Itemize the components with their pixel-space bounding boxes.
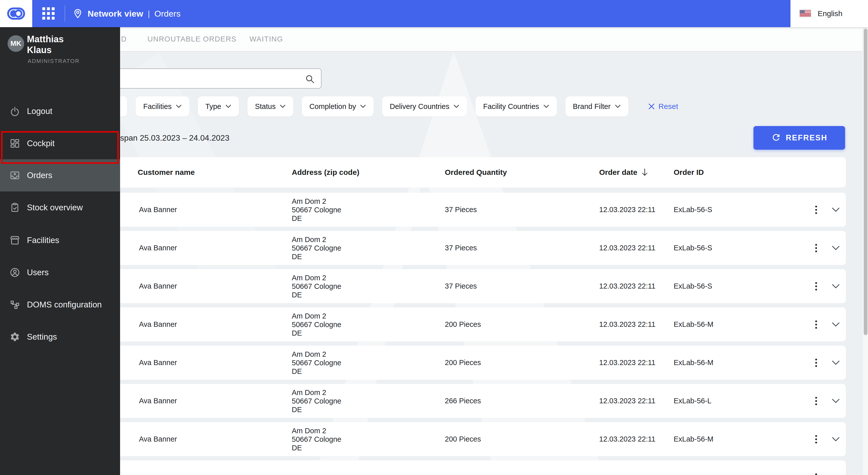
address-line: DE [292, 329, 341, 337]
table-row[interactable]: Ava Banner Am Dom 250667 CologneDE 200 P… [88, 346, 846, 380]
column-header-label: Order date [599, 168, 638, 177]
filter-chip-label: Completion by [309, 102, 356, 111]
avatar[interactable]: MK [7, 35, 24, 52]
address-line: 50667 Cologne [292, 282, 341, 291]
table-row[interactable]: Ava Banner Am Dom 250667 CologneDE 37 Pi… [88, 231, 846, 265]
row-expand-chevron-icon[interactable] [827, 231, 845, 265]
sidebar: MK Matthias Klaus ADMINISTRATOR Logout C… [0, 27, 120, 475]
row-actions-kebab-icon[interactable] [809, 193, 824, 227]
filter-chip-status[interactable]: Status [247, 96, 293, 116]
cell-order-id: ExLab-56-M [674, 307, 713, 341]
address-line: DE [292, 367, 341, 376]
sidebar-item-label: Logout [27, 106, 52, 116]
address-line: 50667 Cologne [292, 397, 341, 405]
search-input[interactable] [95, 70, 301, 87]
vertical-scrollbar-thumb[interactable] [864, 29, 868, 335]
sidebar-item-cockpit[interactable]: Cockpit [0, 127, 120, 160]
hierarchy-icon [9, 299, 20, 310]
row-expand-chevron-icon[interactable] [827, 461, 845, 475]
cell-address: Am Dom 250667 CologneDE [292, 197, 341, 223]
address-line: DE [292, 291, 341, 299]
power-icon [9, 106, 20, 116]
column-header-customer-name[interactable]: Customer name [138, 157, 195, 188]
filter-chip-facility-countries[interactable]: Facility Countries [475, 96, 557, 116]
language-selector[interactable]: English [790, 0, 868, 27]
row-actions-kebab-icon[interactable] [809, 461, 824, 475]
cell-ordered-quantity: 37 Pieces [445, 269, 477, 303]
row-expand-chevron-icon[interactable] [827, 346, 845, 380]
user-name: Matthias Klaus [27, 34, 64, 55]
column-header-ordered-quantity[interactable]: Ordered Quantity [445, 157, 507, 188]
sidebar-item-facilities[interactable]: Facilities [0, 224, 120, 257]
user-block: MK Matthias Klaus ADMINISTRATOR [0, 32, 120, 72]
chevron-down-icon [454, 104, 459, 108]
cell-customer-name: Ava Banner [139, 346, 177, 380]
row-expand-chevron-icon[interactable] [827, 384, 845, 418]
cell-ordered-quantity: 200 Pieces [445, 307, 481, 341]
sidebar-item-logout[interactable]: Logout [0, 95, 120, 127]
timespan-label: span 25.03.2023 – 24.04.2023 [120, 133, 229, 143]
sidebar-item-label: Facilities [27, 236, 59, 245]
order-search-field[interactable] [88, 68, 321, 89]
app-logo[interactable] [0, 0, 32, 27]
cell-order-date: 12.03.2023 22:11 [599, 307, 655, 341]
row-expand-chevron-icon[interactable] [827, 307, 845, 341]
table-row[interactable]: Am Dom 2 [88, 461, 846, 475]
row-actions-kebab-icon[interactable] [809, 269, 824, 303]
reset-label: Reset [658, 102, 678, 111]
filter-chip-label: Brand Filter [573, 102, 611, 111]
cell-order-id: ExLab-56-M [674, 422, 713, 456]
row-actions-kebab-icon[interactable] [809, 422, 824, 456]
sidebar-item-users[interactable]: Users [0, 257, 120, 289]
row-expand-chevron-icon[interactable] [827, 193, 845, 227]
address-line: 50667 Cologne [292, 435, 341, 444]
filter-chip-facilities[interactable]: Facilities [136, 96, 189, 116]
row-actions-kebab-icon[interactable] [809, 307, 824, 341]
address-line: Am Dom 2 [292, 273, 341, 282]
sidebar-item-settings[interactable]: Settings [0, 321, 120, 353]
column-header-order-date[interactable]: Order date [599, 157, 648, 188]
column-header-address-zip-code-[interactable]: Address (zip code) [292, 157, 359, 188]
sidebar-item-label: Stock overview [27, 203, 83, 212]
row-expand-chevron-icon[interactable] [827, 422, 845, 456]
title-separator: | [148, 9, 150, 19]
cell-order-id: ExLab-56-S [674, 269, 712, 303]
cell-customer-name: Ava Banner [139, 269, 177, 303]
filter-chip-completion-by[interactable]: Completion by [302, 96, 374, 116]
filter-chip-delivery-countries[interactable]: Delivery Countries [382, 96, 467, 116]
column-header-label: Customer name [138, 168, 195, 177]
address-line: Am Dom 2 [292, 350, 341, 359]
column-header-order-id[interactable]: Order ID [674, 157, 704, 188]
column-header-label: Ordered Quantity [445, 168, 507, 177]
refresh-button[interactable]: REFRESH [753, 126, 845, 150]
row-actions-kebab-icon[interactable] [809, 384, 824, 418]
table-row[interactable]: Ava Banner Am Dom 250667 CologneDE 200 P… [88, 307, 846, 341]
search-icon[interactable] [304, 73, 315, 86]
table-row[interactable]: Ava Banner Am Dom 250667 CologneDE 37 Pi… [88, 193, 846, 227]
address-line: Am Dom 2 [292, 388, 341, 397]
sidebar-item-stock-overview[interactable]: Stock overview [0, 192, 120, 224]
chevron-down-icon [615, 104, 621, 108]
row-actions-kebab-icon[interactable] [809, 346, 824, 380]
column-header-label: Order ID [674, 168, 704, 177]
app-switcher-grid-icon[interactable] [40, 5, 57, 22]
row-actions-kebab-icon[interactable] [809, 231, 824, 265]
row-expand-chevron-icon[interactable] [827, 269, 845, 303]
filter-chips-row: FacilitiesTypeStatusCompletion byDeliver… [88, 96, 678, 116]
reset-filters-button[interactable]: Reset [648, 102, 678, 111]
user-role-badge: ADMINISTRATOR [28, 58, 80, 64]
chevron-down-icon [176, 104, 182, 108]
dashboard-icon [9, 138, 20, 149]
filter-chip-brand-filter[interactable]: Brand Filter [565, 96, 628, 116]
table-row[interactable]: Ava Banner Am Dom 250667 CologneDE 200 P… [88, 422, 846, 456]
sidebar-item-doms-configuration[interactable]: DOMS configuration [0, 289, 120, 321]
cell-ordered-quantity: 200 Pieces [445, 346, 481, 380]
cell-address: Am Dom 250667 CologneDE [292, 273, 341, 299]
vertical-scrollbar-track[interactable] [863, 27, 868, 475]
filter-chip-label: Facilities [143, 102, 172, 111]
table-row[interactable]: Ava Banner Am Dom 250667 CologneDE 37 Pi… [88, 269, 846, 303]
address-line: Am Dom 2 [292, 235, 341, 244]
table-row[interactable]: Ava Banner Am Dom 250667 CologneDE 266 P… [88, 384, 846, 418]
sidebar-item-orders[interactable]: Orders [0, 159, 120, 192]
filter-chip-type[interactable]: Type [198, 96, 239, 116]
